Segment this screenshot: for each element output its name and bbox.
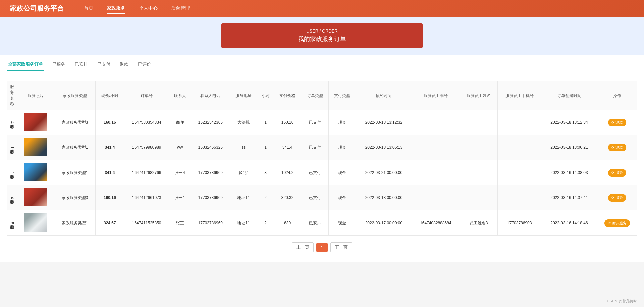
cell-staff-phone-4: 17703786903 bbox=[498, 210, 541, 236]
table-row: 服务名称4 家政服务类型3 160.16 1647580354334 商住 15… bbox=[7, 110, 637, 135]
cell-pay-type-2: 现金 bbox=[329, 160, 356, 185]
col-address: 服务地址 bbox=[230, 81, 257, 110]
main-content: 服务名称 服务照片 家政服务类型 现价/小时 订单号 联系人 联系人电话 服务地… bbox=[0, 71, 644, 262]
cell-price-4: 324.67 bbox=[95, 210, 124, 236]
cell-actual-price-4: 630 bbox=[274, 210, 301, 236]
cell-type-2: 家政服务类型1 bbox=[54, 160, 96, 185]
cell-order-no-2: 1647412682766 bbox=[124, 160, 169, 185]
cell-photo-0 bbox=[17, 110, 54, 135]
tab-arranged[interactable]: 已安排 bbox=[73, 59, 89, 71]
cell-address-2: 多兆4 bbox=[230, 160, 257, 185]
cell-phone-4: 17703786969 bbox=[191, 210, 230, 236]
cell-staff-name-0 bbox=[460, 110, 498, 135]
cell-type-0: 家政服务类型3 bbox=[54, 110, 96, 135]
cell-actual-price-1: 341.4 bbox=[274, 135, 301, 160]
banner-title: 我的家政服务订单 bbox=[248, 35, 396, 43]
action-btn-1[interactable]: ⟳ 退款 bbox=[608, 144, 626, 151]
cell-service-name-3: 服务名称4 bbox=[7, 185, 17, 210]
banner-box: USER / ORDER 我的家政服务订单 bbox=[221, 23, 423, 48]
banner-subtitle: USER / ORDER bbox=[248, 28, 396, 34]
cell-contact-4: 张三 bbox=[169, 210, 191, 236]
cell-staff-name-1 bbox=[460, 135, 498, 160]
tabs-area: 全部家政服务订单 已服务 已安排 已支付 退款 已评价 bbox=[0, 55, 644, 71]
cell-contact-2: 张三4 bbox=[169, 160, 191, 185]
cell-photo-4 bbox=[17, 210, 54, 236]
cell-action-1[interactable]: ⟳ 退款 bbox=[597, 135, 637, 160]
cell-contact-1: ww bbox=[169, 135, 191, 160]
cell-appoint-time-0: 2022-03-18 13:12:32 bbox=[356, 110, 412, 135]
cell-action-2[interactable]: ⟳ 退款 bbox=[597, 160, 637, 185]
header: 家政公司服务平台 首页 家政服务 个人中心 后台管理 bbox=[0, 0, 644, 17]
cell-photo-1 bbox=[17, 135, 54, 160]
cell-type-3: 家政服务类型3 bbox=[54, 185, 96, 210]
tab-refund[interactable]: 退款 bbox=[118, 59, 130, 71]
table-row: 服务名称5 家政服务类型1 324.67 1647411525850 张三 17… bbox=[7, 210, 637, 236]
cell-create-time-4: 2022-03-16 14:18:46 bbox=[541, 210, 597, 236]
cell-action-4[interactable]: ⟳ 确认服务 bbox=[597, 210, 637, 236]
page-1-btn[interactable]: 1 bbox=[316, 243, 327, 252]
action-btn-2[interactable]: ⟳ 退款 bbox=[608, 169, 626, 177]
cell-order-no-3: 1647412661073 bbox=[124, 185, 169, 210]
next-page-btn[interactable]: 下一页 bbox=[330, 242, 352, 252]
cell-order-type-0: 已支付 bbox=[301, 110, 329, 135]
col-staff-phone: 服务员工手机号 bbox=[498, 81, 541, 110]
nav-profile[interactable]: 个人中心 bbox=[139, 4, 158, 13]
cell-hours-2: 3 bbox=[257, 160, 274, 185]
col-contact: 联系人 bbox=[169, 81, 191, 110]
cell-appoint-time-1: 2022-03-18 13:06:13 bbox=[356, 135, 412, 160]
action-btn-0[interactable]: ⟳ 退款 bbox=[608, 119, 626, 126]
tab-all[interactable]: 全部家政服务订单 bbox=[7, 59, 44, 71]
tab-serviced[interactable]: 已服务 bbox=[51, 59, 67, 71]
cell-order-type-3: 已支付 bbox=[301, 185, 329, 210]
col-create-time: 订单创建时间 bbox=[541, 81, 597, 110]
col-order-type: 订单类型 bbox=[301, 81, 329, 110]
pagination: 上一页 1 下一页 bbox=[7, 236, 637, 256]
cell-price-1: 341.4 bbox=[95, 135, 124, 160]
cell-address-0: 大法规 bbox=[230, 110, 257, 135]
cell-appoint-time-3: 2022-03-18 00:00:00 bbox=[356, 185, 412, 210]
prev-page-btn[interactable]: 上一页 bbox=[292, 242, 314, 252]
cell-staff-phone-2 bbox=[498, 160, 541, 185]
cell-order-no-0: 1647580354334 bbox=[124, 110, 169, 135]
cell-staff-no-4: 16474082888684 bbox=[412, 210, 460, 236]
col-staff-no: 服务员工编号 bbox=[412, 81, 460, 110]
cell-staff-no-1 bbox=[412, 135, 460, 160]
tab-paid[interactable]: 已支付 bbox=[96, 59, 112, 71]
cell-create-time-2: 2022-03-16 14:38:03 bbox=[541, 160, 597, 185]
tab-reviewed[interactable]: 已评价 bbox=[137, 59, 152, 71]
cell-order-type-4: 已安排 bbox=[301, 210, 329, 236]
cell-photo-2 bbox=[17, 160, 54, 185]
cell-type-4: 家政服务类型1 bbox=[54, 210, 96, 236]
cell-pay-type-3: 现金 bbox=[329, 185, 356, 210]
cell-create-time-1: 2022-03-18 13:06:21 bbox=[541, 135, 597, 160]
cell-staff-name-3 bbox=[460, 185, 498, 210]
cell-service-name-1: 服务名称1 bbox=[7, 135, 17, 160]
action-btn-3[interactable]: ⟳ 退款 bbox=[608, 194, 626, 202]
table-row: 服务名称1 家政服务类型1 341.4 1647412682766 张三4 17… bbox=[7, 160, 637, 185]
cell-hours-3: 2 bbox=[257, 185, 274, 210]
cell-action-3[interactable]: ⟳ 退款 bbox=[597, 185, 637, 210]
col-action: 操作 bbox=[597, 81, 637, 110]
service-thumbnail-2 bbox=[24, 163, 47, 181]
cell-create-time-0: 2022-03-18 13:12:34 bbox=[541, 110, 597, 135]
action-btn-4[interactable]: ⟳ 确认服务 bbox=[604, 219, 630, 227]
cell-price-3: 160.16 bbox=[95, 185, 124, 210]
cell-staff-no-2 bbox=[412, 160, 460, 185]
cell-staff-phone-1 bbox=[498, 135, 541, 160]
nav-home[interactable]: 首页 bbox=[84, 4, 93, 13]
nav-service[interactable]: 家政服务 bbox=[107, 4, 125, 13]
cell-action-0[interactable]: ⟳ 退款 bbox=[597, 110, 637, 135]
col-pay-type: 支付类型 bbox=[329, 81, 356, 110]
cell-staff-phone-3 bbox=[498, 185, 541, 210]
cell-contact-3: 张三1 bbox=[169, 185, 191, 210]
cell-pay-type-1: 现金 bbox=[329, 135, 356, 160]
service-thumbnail-4 bbox=[24, 213, 47, 232]
cell-price-0: 160.16 bbox=[95, 110, 124, 135]
table-row: 服务名称1 家政服务类型1 341.4 1647579980989 ww 150… bbox=[7, 135, 637, 160]
cell-address-1: ss bbox=[230, 135, 257, 160]
table-row: 服务名称4 家政服务类型3 160.16 1647412661073 张三1 1… bbox=[7, 185, 637, 210]
nav-admin[interactable]: 后台管理 bbox=[171, 4, 190, 13]
cell-pay-type-4: 现金 bbox=[329, 210, 356, 236]
col-photo: 服务照片 bbox=[17, 81, 54, 110]
col-price: 现价/小时 bbox=[95, 81, 124, 110]
